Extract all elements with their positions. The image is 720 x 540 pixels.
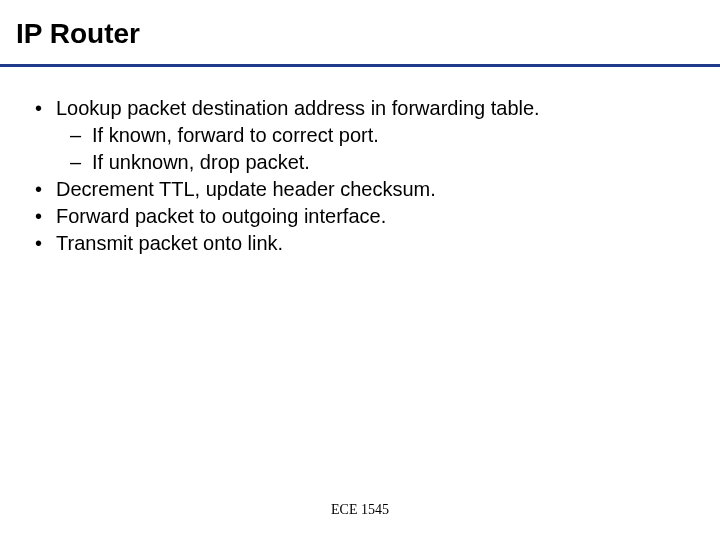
list-item: • Lookup packet destination address in f… — [30, 95, 690, 122]
bullet-marker: • — [30, 203, 56, 230]
dash-marker: – — [70, 149, 92, 176]
bullet-marker: • — [30, 95, 56, 122]
list-item: • Transmit packet onto link. — [30, 230, 690, 257]
slide-title: IP Router — [16, 18, 704, 50]
slide-footer: ECE 1545 — [0, 502, 720, 518]
list-item-text: Transmit packet onto link. — [56, 230, 690, 257]
list-item: • Decrement TTL, update header checksum. — [30, 176, 690, 203]
list-item-text: Lookup packet destination address in for… — [56, 95, 690, 122]
bullet-list: • Lookup packet destination address in f… — [30, 95, 690, 257]
sub-list-item: – If unknown, drop packet. — [70, 149, 690, 176]
list-item-text: Decrement TTL, update header checksum. — [56, 176, 690, 203]
title-area: IP Router — [0, 0, 720, 56]
dash-marker: – — [70, 122, 92, 149]
bullet-marker: • — [30, 176, 56, 203]
sub-list: – If known, forward to correct port. – I… — [70, 122, 690, 176]
slide: IP Router • Lookup packet destination ad… — [0, 0, 720, 540]
list-item: • Forward packet to outgoing interface. — [30, 203, 690, 230]
sub-list-item: – If known, forward to correct port. — [70, 122, 690, 149]
sub-list-item-text: If unknown, drop packet. — [92, 149, 690, 176]
list-item-text: Forward packet to outgoing interface. — [56, 203, 690, 230]
content-area: • Lookup packet destination address in f… — [0, 67, 720, 257]
bullet-marker: • — [30, 230, 56, 257]
sub-list-item-text: If known, forward to correct port. — [92, 122, 690, 149]
